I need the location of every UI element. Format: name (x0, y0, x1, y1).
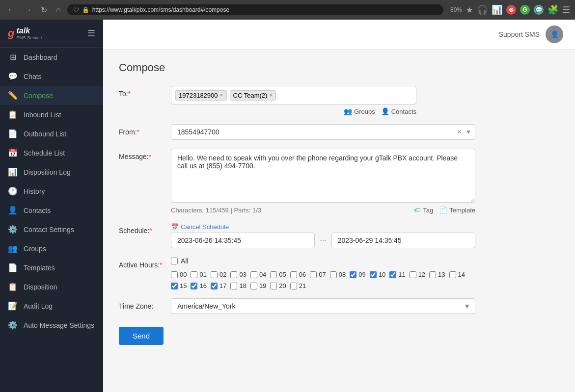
hour-checkbox-07[interactable] (310, 271, 317, 278)
tag-action-button[interactable]: 🏷 Tag (414, 206, 433, 214)
hour-checkbox-13[interactable] (429, 271, 436, 278)
sidebar-item-schedule-list[interactable]: 📅 Schedule List (0, 143, 103, 162)
refresh-button[interactable]: ↻ (38, 4, 50, 16)
sidebar-item-compose[interactable]: ✏️ Compose (0, 86, 103, 105)
auto-message-settings-icon: ⚙️ (8, 320, 18, 330)
hour-item-04: 04 (250, 271, 266, 278)
hour-checkbox-03[interactable] (230, 271, 237, 278)
hour-item-11: 11 (389, 271, 405, 278)
lock-icon: 🔒 (82, 6, 89, 13)
hamburger-icon[interactable]: ☰ (87, 28, 95, 39)
user-avatar[interactable]: 👤 (546, 26, 563, 43)
hour-checkbox-17[interactable] (211, 283, 218, 289)
sidebar-label-disposition: Disposition (24, 283, 57, 291)
to-control-wrap: 19723182900 × CC Team(2) × 👥 Groups (171, 86, 559, 115)
message-textarea[interactable]: Hello. We need to speak with you over th… (171, 149, 475, 203)
hour-checkbox-15[interactable] (171, 283, 178, 289)
hour-checkbox-09[interactable] (350, 271, 356, 278)
hour-checkbox-01[interactable] (191, 271, 197, 278)
template-action-button[interactable]: 📄 Template (439, 206, 475, 214)
sidebar-item-contacts[interactable]: 👤 Contacts (0, 201, 103, 220)
sidebar-item-disposition-log[interactable]: 📊 Disposition Log (0, 162, 103, 182)
send-button[interactable]: Send (119, 327, 164, 345)
hour-checkbox-06[interactable] (290, 271, 297, 278)
page-title: Compose (119, 61, 559, 74)
sidebar-label-contacts: Contacts (24, 207, 51, 214)
sidebar-item-outbound-list[interactable]: 📄 Outbound List (0, 124, 103, 143)
disposition-log-icon: 📊 (8, 167, 18, 177)
hour-checkbox-14[interactable] (449, 271, 456, 278)
disposition-icon: 📋 (8, 282, 18, 291)
hour-checkbox-16[interactable] (191, 283, 197, 289)
ext-red-icon[interactable]: ⊗ (506, 5, 516, 15)
menu-icon[interactable]: ☰ (562, 4, 570, 15)
all-hours-checkbox[interactable] (171, 258, 178, 264)
sidebar-item-contact-settings[interactable]: ⚙️ Contact Settings (0, 220, 103, 239)
from-select[interactable]: 18554947700 (171, 124, 475, 140)
shield-icon: 🛡 (73, 6, 79, 13)
schedule-control-wrap: 📅 Cancel Schedule ··· (171, 223, 559, 248)
hour-checkbox-20[interactable] (270, 283, 277, 289)
star-icon[interactable]: ★ (466, 5, 473, 15)
hour-checkbox-12[interactable] (410, 271, 416, 278)
tag-phone-remove[interactable]: × (220, 92, 223, 99)
hour-label-18: 18 (239, 282, 246, 289)
cancel-schedule-link[interactable]: 📅 Cancel Schedule (171, 223, 229, 231)
sidebar-label-audit-log: Audit Log (24, 302, 53, 310)
groups-icon: 👥 (8, 244, 18, 253)
sidebar-item-disposition[interactable]: 📋 Disposition (0, 277, 103, 296)
avatar-icon: 👤 (550, 30, 559, 38)
forward-button[interactable]: → (22, 4, 34, 15)
bar-chart-icon[interactable]: 📊 (492, 4, 502, 15)
hour-checkbox-04[interactable] (250, 271, 257, 278)
from-field-row: From:* 18554947700 × ▼ (119, 124, 559, 140)
schedule-end-input[interactable] (331, 233, 475, 248)
sidebar-items: ⊞ Dashboard 💬 Chats ✏️ Compose 📋 Inbound… (0, 48, 103, 335)
pocket-icon[interactable]: 🎧 (477, 4, 488, 15)
hour-checkbox-08[interactable] (330, 271, 337, 278)
home-button[interactable]: ⌂ (54, 4, 63, 15)
hour-label-19: 19 (259, 282, 266, 289)
to-label: To:* (119, 86, 163, 98)
sidebar-item-auto-message-settings[interactable]: ⚙️ Auto Message Settings (0, 315, 103, 335)
active-hours-required: * (160, 261, 162, 269)
hour-label-00: 00 (180, 271, 187, 278)
sidebar-item-dashboard[interactable]: ⊞ Dashboard (0, 48, 103, 67)
sidebar-label-auto-message-settings: Auto Message Settings (24, 321, 94, 329)
hour-checkbox-18[interactable] (230, 283, 237, 289)
outbound-list-icon: 📄 (8, 129, 18, 138)
select-clear-icon[interactable]: × (457, 128, 462, 136)
timezone-select[interactable]: America/New_York (171, 298, 475, 314)
sidebar-item-audit-log[interactable]: 📝 Audit Log (0, 296, 103, 315)
hours-grid: All 000102030405060708091011121314151617… (171, 257, 475, 289)
to-tags-input[interactable]: 19723182900 × CC Team(2) × (171, 86, 416, 105)
sidebar-label-inbound-list: Inbound List (24, 111, 61, 119)
hour-label-11: 11 (398, 271, 405, 278)
ext-teal-icon[interactable]: 💬 (534, 5, 544, 15)
hour-checkbox-21[interactable] (290, 283, 297, 289)
back-button[interactable]: ← (5, 4, 18, 15)
url-bar[interactable]: 🛡 🔒 https://www.gtalkpbx.com/sms/dashboa… (67, 4, 443, 15)
tag-team-value: CC Team(2) (233, 92, 268, 99)
hour-checkbox-19[interactable] (250, 283, 257, 289)
message-required: * (149, 153, 151, 160)
hour-checkbox-11[interactable] (389, 271, 396, 278)
sidebar-item-chats[interactable]: 💬 Chats (0, 67, 103, 86)
from-control-wrap: 18554947700 × ▼ (171, 124, 559, 140)
sidebar-item-inbound-list[interactable]: 📋 Inbound List (0, 105, 103, 124)
hour-checkbox-10[interactable] (370, 271, 377, 278)
tag-team-remove[interactable]: × (269, 92, 273, 99)
hour-checkbox-00[interactable] (171, 271, 178, 278)
sidebar-item-groups[interactable]: 👥 Groups (0, 239, 103, 258)
hour-item-08: 08 (330, 271, 346, 278)
groups-link[interactable]: 👥 Groups (344, 107, 375, 115)
extensions-icon[interactable]: 🧩 (548, 4, 558, 15)
hour-checkbox-05[interactable] (270, 271, 277, 278)
hour-item-10: 10 (370, 271, 385, 278)
schedule-start-input[interactable] (171, 233, 315, 248)
sidebar-item-history[interactable]: 🕐 History (0, 182, 103, 201)
hour-checkbox-02[interactable] (211, 271, 218, 278)
ext-green-icon[interactable]: G (520, 5, 530, 15)
contacts-link[interactable]: 👤 Contacts (381, 107, 416, 115)
sidebar-item-templates[interactable]: 📄 Templates (0, 258, 103, 277)
